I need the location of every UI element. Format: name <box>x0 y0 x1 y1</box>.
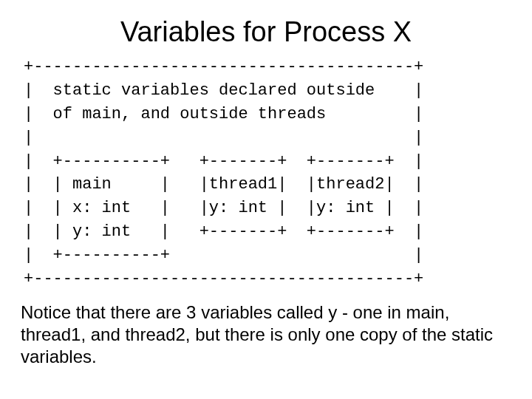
diagram-line: | | x: int | |y: int | |y: int | | <box>24 199 423 217</box>
diagram-line: | +----------+ +-------+ +-------+ | <box>24 152 423 171</box>
ascii-diagram: +---------------------------------------… <box>24 55 511 291</box>
diagram-line: | | y: int | +-------+ +-------+ | <box>24 222 423 241</box>
diagram-line: | static variables declared outside | <box>24 81 423 100</box>
slide: Variables for Process X +---------------… <box>0 0 532 399</box>
diagram-line: | +----------+ | <box>24 246 423 265</box>
diagram-line: +---------------------------------------… <box>24 270 423 288</box>
diagram-line: | of main, and outside threads | <box>24 105 423 123</box>
diagram-line: +---------------------------------------… <box>24 58 423 76</box>
page-title: Variables for Process X <box>21 16 511 48</box>
diagram-line: | | main | |thread1| |thread2| | <box>24 175 423 194</box>
caption-text: Notice that there are 3 variables called… <box>21 301 511 368</box>
diagram-line: | | <box>24 129 423 147</box>
